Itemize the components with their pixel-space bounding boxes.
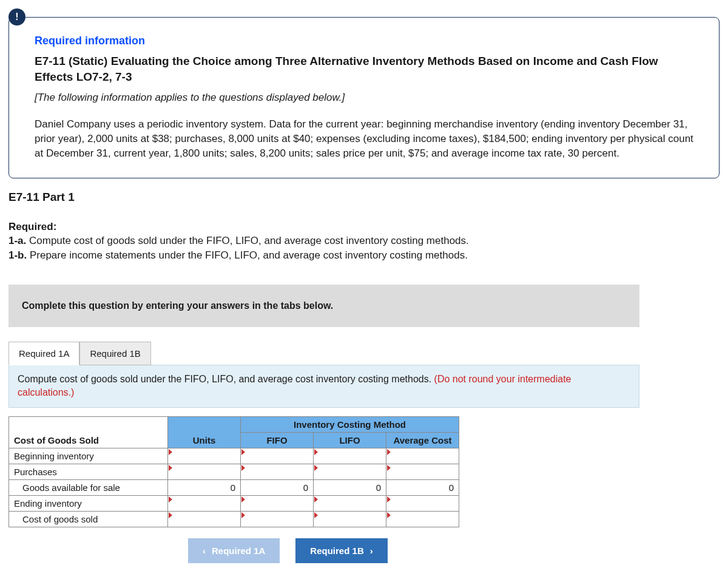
input-bi-units[interactable]: [168, 448, 241, 464]
tabs: Required 1A Required 1B: [8, 342, 728, 365]
next-button[interactable]: Required 1B ›: [295, 538, 387, 563]
col-header-fifo: FIFO: [241, 432, 314, 448]
instruction-bar: Complete this question by entering your …: [8, 285, 639, 327]
req-1a-text: Compute cost of goods sold under the FIF…: [26, 235, 469, 246]
row-purchases: Purchases: [9, 464, 459, 479]
dropdown-caret-icon: [169, 512, 172, 518]
exercise-title: E7-11 (Static) Evaluating the Choice amo…: [35, 53, 693, 84]
row-cogs: Cost of goods sold: [9, 511, 459, 527]
required-label: Required:: [8, 221, 56, 232]
row-beginning-inventory: Beginning inventory: [9, 448, 459, 464]
calc-gafs-avg: 0: [386, 479, 459, 495]
col-header-cogs: Cost of Goods Sold: [9, 416, 168, 448]
req-1b-text: Prepare income statements under the FIFO…: [27, 249, 468, 261]
label-cogs: Cost of goods sold: [9, 511, 168, 527]
input-pur-fifo[interactable]: [241, 464, 314, 479]
input-ei-fifo[interactable]: [241, 495, 314, 511]
label-gafs: Goods available for sale: [9, 479, 168, 495]
dropdown-caret-icon: [241, 512, 245, 518]
chevron-left-icon: ‹: [203, 546, 206, 556]
tab-prompt: Compute cost of goods sold under the FIF…: [8, 365, 639, 408]
dropdown-caret-icon: [241, 496, 245, 502]
col-header-avg: Average Cost: [386, 432, 459, 448]
dropdown-caret-icon: [387, 496, 391, 502]
required-information-heading: Required information: [35, 35, 693, 47]
dropdown-caret-icon: [314, 496, 318, 502]
calc-gafs-lifo: 0: [314, 479, 386, 495]
cogs-table: Cost of Goods Sold Units Inventory Costi…: [8, 416, 459, 527]
input-cogs-avg[interactable]: [386, 511, 459, 527]
input-cogs-lifo[interactable]: [314, 511, 386, 527]
dropdown-caret-icon: [387, 449, 391, 455]
label-ending-inventory: Ending inventory: [9, 495, 168, 511]
input-bi-avg[interactable]: [386, 448, 459, 464]
calc-gafs-fifo: 0: [241, 479, 314, 495]
dropdown-caret-icon: [314, 465, 318, 471]
dropdown-caret-icon: [314, 512, 318, 518]
input-pur-lifo[interactable]: [314, 464, 386, 479]
part-title: E7-11 Part 1: [8, 191, 720, 204]
input-ei-lifo[interactable]: [314, 495, 386, 511]
input-bi-fifo[interactable]: [241, 448, 314, 464]
dropdown-caret-icon: [387, 512, 391, 518]
input-pur-units[interactable]: [168, 464, 241, 479]
row-goods-available: Goods available for sale 0 0 0 0: [9, 479, 459, 495]
col-header-method-span: Inventory Costing Method: [241, 416, 459, 432]
dropdown-caret-icon: [169, 449, 172, 455]
calc-gafs-units: 0: [168, 479, 241, 495]
label-beginning-inventory: Beginning inventory: [9, 448, 168, 464]
input-bi-lifo[interactable]: [314, 448, 386, 464]
input-ei-avg[interactable]: [386, 495, 459, 511]
req-1b-label: 1-b.: [8, 249, 27, 261]
col-header-units: Units: [168, 416, 241, 448]
next-button-label: Required 1B: [310, 546, 363, 556]
chevron-right-icon: ›: [370, 546, 373, 556]
prompt-text: Compute cost of goods sold under the FIF…: [18, 374, 434, 384]
prev-button-label: Required 1A: [212, 546, 265, 556]
dropdown-caret-icon: [241, 465, 245, 471]
exclamation-icon: !: [8, 8, 25, 25]
col-header-lifo: LIFO: [314, 432, 386, 448]
dropdown-caret-icon: [387, 465, 391, 471]
dropdown-caret-icon: [169, 465, 172, 471]
info-box: Required information E7-11 (Static) Eval…: [8, 17, 720, 178]
input-ei-units[interactable]: [168, 495, 241, 511]
tab-required-1a[interactable]: Required 1A: [8, 342, 79, 365]
label-purchases: Purchases: [9, 464, 168, 479]
dropdown-caret-icon: [169, 496, 172, 502]
prev-button: ‹ Required 1A: [188, 538, 280, 563]
tab-required-1b[interactable]: Required 1B: [79, 342, 150, 365]
input-cogs-units[interactable]: [168, 511, 241, 527]
input-cogs-fifo[interactable]: [241, 511, 314, 527]
nav-buttons: ‹ Required 1A Required 1B ›: [188, 538, 728, 563]
row-ending-inventory: Ending inventory: [9, 495, 459, 511]
required-block: Required: 1-a. Compute cost of goods sol…: [8, 220, 720, 263]
scenario-paragraph: Daniel Company uses a periodic inventory…: [35, 117, 693, 160]
dropdown-caret-icon: [314, 449, 318, 455]
input-pur-avg[interactable]: [386, 464, 459, 479]
req-1a-label: 1-a.: [8, 235, 26, 246]
dropdown-caret-icon: [241, 449, 245, 455]
applies-note: [The following information applies to th…: [35, 92, 693, 104]
